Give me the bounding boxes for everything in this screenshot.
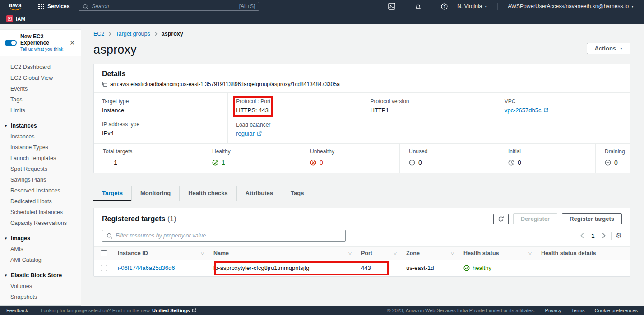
sidebar-item-events[interactable]: Events	[0, 83, 81, 94]
sidebar-item-scheduled-instances[interactable]: Scheduled Instances	[0, 207, 81, 218]
sidebar-item-volumes[interactable]: Volumes	[0, 281, 81, 292]
pagination: 1 ⚙	[579, 232, 622, 240]
tab-tags[interactable]: Tags	[282, 186, 312, 201]
sidebar-section-elastic-block-store[interactable]: ▼ Elastic Block Store	[0, 270, 81, 281]
new-experience-toggle[interactable]	[5, 40, 17, 46]
sidebar-item-capacity-reservations[interactable]: Capacity Reservations	[0, 218, 81, 228]
dots-circle-icon	[409, 160, 415, 166]
vpc-link[interactable]: vpc-2657db5c	[505, 107, 549, 114]
sidebar-item-ec2-global-view[interactable]: EC2 Global View	[0, 73, 81, 83]
external-link-icon	[257, 131, 262, 136]
next-page-button[interactable]	[601, 232, 607, 239]
sidebar-item-reserved-instances[interactable]: Reserved Instances	[0, 185, 81, 196]
breadcrumb-ec2[interactable]: EC2	[93, 31, 104, 37]
notifications-button[interactable]	[411, 3, 426, 10]
aws-console-window: aws Services [Alt+S]	[0, 0, 644, 315]
tell-us-link[interactable]: Tell us what you think	[20, 47, 63, 52]
refresh-icon	[498, 216, 504, 222]
sidebar-item-savings-plans[interactable]: Savings Plans	[0, 174, 81, 185]
field-protocol-version: Protocol version HTTP1	[371, 98, 488, 114]
breadcrumb-current: asproxy	[162, 31, 183, 37]
page-number[interactable]: 1	[589, 233, 596, 239]
services-menu-button[interactable]: Services	[36, 3, 72, 9]
chevron-down-icon: ▼	[620, 47, 623, 50]
tab-monitoring[interactable]: Monitoring	[131, 186, 179, 201]
tab-attributes[interactable]: Attributes	[236, 186, 282, 201]
services-grid-icon	[38, 4, 44, 9]
sidebar-item-instances[interactable]: Instances	[0, 131, 81, 142]
sort-icon: ▽	[201, 251, 204, 256]
column-header-health-status[interactable]: Health status▽	[459, 250, 537, 256]
privacy-link[interactable]: Privacy	[545, 308, 561, 313]
sidebar-item-launch-templates[interactable]: Launch Templates	[0, 153, 81, 164]
check-circle-icon	[212, 160, 218, 166]
column-header-name[interactable]: Name▽	[209, 250, 357, 256]
global-search-box[interactable]: [Alt+S]	[79, 2, 259, 11]
new-ec2-experience-card: New EC2 Experience Tell us what you thin…	[0, 29, 81, 56]
sort-icon: ▽	[451, 251, 454, 256]
column-header-instance-id[interactable]: Instance ID▽	[114, 250, 209, 256]
language-hint: Looking for language selection? Find it …	[41, 308, 196, 313]
details-panel: Details arn:aws:elasticloadbalancing:us-…	[93, 64, 630, 173]
sidebar-section-instances[interactable]: ▼ Instances	[0, 120, 81, 131]
sidebar-item-snapshots[interactable]: Snapshots	[0, 292, 81, 302]
close-icon[interactable]: ✕	[68, 39, 76, 46]
sidebar-section-images[interactable]: ▼ Images	[0, 233, 81, 244]
instance-id-link[interactable]: i-06f1744a6a25d36d6	[118, 265, 175, 271]
sidebar-item-spot-requests[interactable]: Spot Requests	[0, 164, 81, 174]
tab-health-checks[interactable]: Health checks	[179, 186, 236, 201]
previous-page-button[interactable]	[579, 232, 585, 239]
refresh-button[interactable]	[493, 214, 509, 224]
check-circle-icon	[463, 265, 470, 271]
deregister-button[interactable]: Deregister	[513, 213, 557, 224]
breadcrumb-separator-icon	[108, 32, 111, 36]
breadcrumb-separator-icon	[154, 32, 158, 36]
sidebar-item-instance-types[interactable]: Instance Types	[0, 142, 81, 153]
breadcrumb-target-groups[interactable]: Target groups	[116, 31, 150, 37]
registered-targets-count: (1)	[167, 215, 176, 223]
sidebar-item-tags[interactable]: Tags	[0, 94, 81, 105]
triangle-down-icon: ▼	[4, 274, 8, 278]
search-input[interactable]	[92, 3, 239, 9]
targets-filter-box[interactable]	[102, 230, 346, 242]
region-selector[interactable]: N. Virginia ▼	[453, 3, 492, 9]
tab-targets[interactable]: Targets	[93, 186, 131, 201]
column-header-zone[interactable]: Zone▽	[402, 250, 459, 256]
table-settings-button[interactable]: ⚙	[616, 232, 622, 240]
help-button[interactable]: ?	[437, 3, 452, 10]
load-balancer-link[interactable]: regular	[236, 130, 261, 137]
sidebar-item-limits[interactable]: Limits	[0, 105, 81, 116]
ec2-sidebar: New EC2 Experience Tell us what you thin…	[0, 24, 81, 306]
sidebar-item-ec2-dashboard[interactable]: EC2 Dashboard	[0, 62, 81, 73]
account-menu[interactable]: AWSPowerUserAccess/navaneeth.kn@harness.…	[503, 3, 639, 9]
target-zone-cell: us-east-1d	[402, 265, 459, 271]
register-targets-button[interactable]: Register targets	[562, 213, 622, 224]
feedback-link[interactable]: Feedback	[6, 308, 28, 313]
sidebar-item-amis[interactable]: AMIs	[0, 244, 81, 255]
bell-icon	[415, 3, 422, 10]
page-title: asproxy	[93, 43, 137, 57]
sidebar-nav: EC2 Dashboard EC2 Global View Events Tag…	[0, 56, 81, 305]
column-header-port[interactable]: Port▽	[357, 250, 402, 256]
terms-link[interactable]: Terms	[571, 308, 585, 313]
select-all-checkbox[interactable]	[94, 250, 114, 256]
actions-button[interactable]: Actions ▼	[587, 43, 630, 54]
aws-logo[interactable]: aws	[9, 2, 22, 11]
search-icon	[107, 233, 112, 239]
copy-arn-button[interactable]	[102, 82, 107, 87]
copy-icon	[102, 82, 107, 87]
external-link-icon	[192, 308, 196, 313]
iam-service-icon	[6, 15, 13, 22]
sidebar-item-dedicated-hosts[interactable]: Dedicated Hosts	[0, 196, 81, 207]
row-checkbox[interactable]	[94, 265, 114, 271]
unified-settings-link[interactable]: Unified Settings	[152, 308, 196, 313]
favorite-iam-shortcut[interactable]: IAM	[6, 15, 25, 22]
aws-logo-text: aws	[9, 2, 22, 8]
cookie-preferences-link[interactable]: Cookie preferences	[595, 308, 638, 313]
cloudshell-button[interactable]	[384, 3, 399, 10]
sidebar-item-ami-catalog[interactable]: AMI Catalog	[0, 255, 81, 265]
target-group-arn: arn:aws:elasticloadbalancing:us-east-1:3…	[110, 81, 340, 87]
targets-filter-input[interactable]	[116, 233, 341, 239]
chevron-left-icon	[580, 233, 584, 238]
triangle-down-icon: ▼	[4, 237, 8, 241]
